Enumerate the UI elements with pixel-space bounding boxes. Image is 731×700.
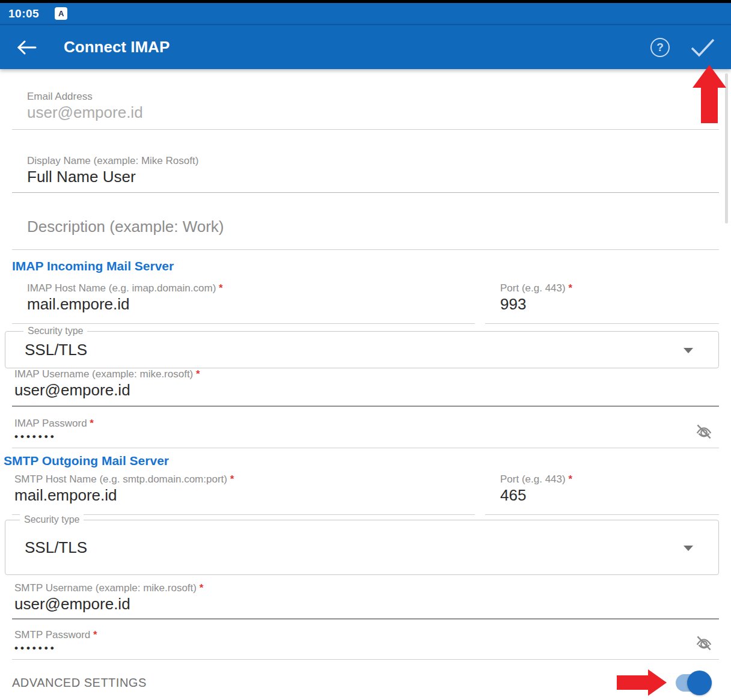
display-name-label: Display Name (example: Mike Rosoft): [12, 155, 719, 167]
notification-app-icon: A: [55, 7, 67, 20]
page-title: Connect IMAP: [64, 38, 170, 56]
app-bar: Connect IMAP ?: [0, 24, 731, 69]
toggle-thumb: [687, 671, 712, 695]
status-bar: 10:05 A: [0, 3, 731, 24]
required-asterisk: *: [219, 282, 223, 294]
required-asterisk: *: [200, 582, 204, 594]
imap-host-port-row: IMAP Host Name (e.g. imap.domain.com) * …: [12, 282, 719, 324]
smtp-username-label: SMTP Username (example: mike.rosoft) *: [12, 582, 719, 594]
imap-password-value[interactable]: •••••••: [12, 430, 719, 444]
smtp-password-label: SMTP Password *: [12, 629, 719, 641]
smtp-section-header: SMTP Outgoing Mail Server: [4, 453, 719, 469]
smtp-port-label: Port (e.g. 443) *: [485, 473, 719, 485]
advanced-settings-row: ADVANCED SETTINGS: [12, 667, 719, 698]
status-time: 10:05: [8, 7, 39, 20]
imap-security-type-select[interactable]: Security type SSL/TLS: [5, 331, 719, 368]
required-asterisk: *: [93, 629, 97, 641]
imap-password-label: IMAP Password *: [12, 418, 719, 430]
imap-username-label: IMAP Username (example: mike.rosoft) *: [12, 368, 719, 380]
required-asterisk: *: [90, 418, 94, 429]
imap-security-type-value: SSL/TLS: [25, 341, 87, 359]
smtp-username-field[interactable]: SMTP Username (example: mike.rosoft) * u…: [12, 582, 719, 619]
confirm-check-icon[interactable]: [690, 38, 715, 57]
smtp-security-type-label: Security type: [20, 514, 84, 525]
display-name-field[interactable]: Display Name (example: Mike Rosoft) Full…: [12, 155, 719, 193]
smtp-host-port-row: SMTP Host Name (e.g. smtp.domain.com:por…: [12, 473, 719, 515]
imap-password-field[interactable]: IMAP Password * •••••••: [12, 418, 719, 448]
imap-host-label: IMAP Host Name (e.g. imap.domain.com) *: [12, 282, 475, 294]
imap-port-value[interactable]: 993: [485, 294, 719, 314]
help-icon[interactable]: ?: [650, 38, 670, 57]
smtp-port-field[interactable]: Port (e.g. 443) * 465: [485, 473, 719, 515]
annotation-arrow-right: [617, 669, 667, 696]
imap-username-field[interactable]: IMAP Username (example: mike.rosoft) * u…: [12, 368, 719, 407]
smtp-host-field[interactable]: SMTP Host Name (e.g. smtp.domain.com:por…: [12, 473, 475, 515]
dropdown-arrow-icon: [684, 348, 693, 353]
imap-form: Email Address user@empore.id Display Nam…: [0, 91, 731, 698]
email-address-field: Email Address user@empore.id: [12, 91, 719, 130]
imap-port-field[interactable]: Port (e.g. 443) * 993: [485, 282, 719, 324]
email-address-label: Email Address: [12, 91, 719, 103]
smtp-host-label: SMTP Host Name (e.g. smtp.domain.com:por…: [12, 473, 475, 485]
smtp-security-type-value: SSL/TLS: [25, 538, 87, 557]
visibility-off-icon[interactable]: [693, 633, 715, 653]
required-asterisk: *: [568, 282, 572, 294]
required-asterisk: *: [568, 473, 572, 485]
back-icon[interactable]: [16, 38, 37, 56]
visibility-off-icon[interactable]: [693, 421, 715, 442]
smtp-username-value[interactable]: user@empore.id: [12, 594, 719, 613]
imap-host-field[interactable]: IMAP Host Name (e.g. imap.domain.com) * …: [12, 282, 475, 324]
smtp-password-value[interactable]: •••••••: [12, 641, 719, 656]
advanced-settings-label: ADVANCED SETTINGS: [12, 676, 147, 690]
description-field[interactable]: Description (example: Work): [12, 217, 719, 250]
imap-username-value[interactable]: user@empore.id: [12, 380, 719, 400]
smtp-port-value[interactable]: 465: [485, 485, 719, 505]
advanced-settings-toggle[interactable]: [676, 674, 709, 692]
email-address-value: user@empore.id: [12, 103, 719, 122]
smtp-password-field[interactable]: SMTP Password * •••••••: [12, 629, 719, 660]
required-asterisk: *: [196, 368, 200, 380]
description-placeholder[interactable]: Description (example: Work): [12, 217, 719, 236]
imap-section-header: IMAP Incoming Mail Server: [12, 258, 719, 274]
display-name-value[interactable]: Full Name User: [12, 167, 719, 186]
dropdown-arrow-icon: [684, 546, 693, 551]
annotation-arrow-up: [691, 65, 727, 126]
required-asterisk: *: [230, 473, 234, 485]
imap-port-label: Port (e.g. 443) *: [485, 282, 719, 294]
smtp-host-value[interactable]: mail.empore.id: [12, 485, 475, 505]
smtp-security-type-select[interactable]: Security type SSL/TLS: [5, 520, 719, 575]
imap-security-type-label: Security type: [23, 326, 87, 336]
imap-host-value[interactable]: mail.empore.id: [12, 294, 475, 314]
connect-imap-screen: 10:05 A Connect IMAP ? Email Address use…: [0, 0, 731, 700]
